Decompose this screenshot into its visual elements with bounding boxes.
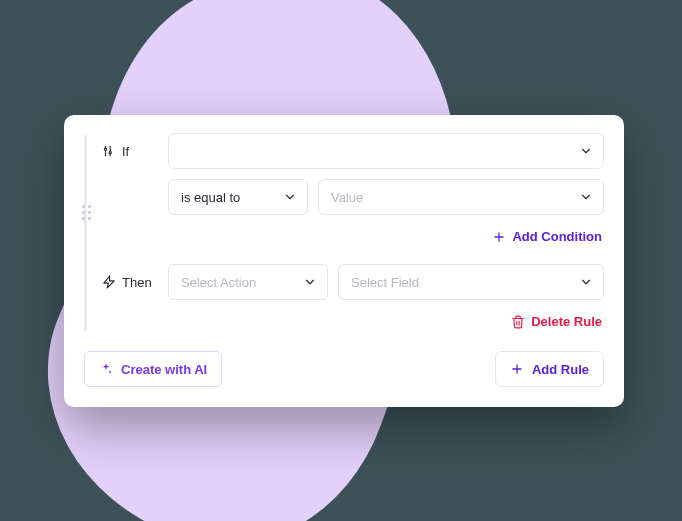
rule-block: If is equal to Value	[84, 133, 604, 333]
if-text: If	[122, 144, 129, 159]
if-condition-row: is equal to Value	[102, 179, 604, 215]
chevron-down-icon	[283, 190, 297, 204]
if-row: If	[102, 133, 604, 169]
add-rule-label: Add Rule	[532, 362, 589, 377]
delete-rule-button[interactable]: Delete Rule	[509, 310, 604, 333]
then-label: Then	[102, 275, 158, 290]
svg-marker-6	[104, 276, 115, 288]
delete-rule-label: Delete Rule	[531, 314, 602, 329]
svg-point-1	[104, 148, 106, 150]
if-label: If	[102, 144, 158, 159]
action-placeholder: Select Action	[181, 275, 256, 290]
card-footer: Create with AI Add Rule	[84, 351, 604, 387]
add-rule-button[interactable]: Add Rule	[495, 351, 604, 387]
if-field-select[interactable]	[168, 133, 604, 169]
create-ai-label: Create with AI	[121, 362, 207, 377]
drag-handle-icon[interactable]	[82, 205, 91, 220]
sparkle-icon	[99, 362, 113, 376]
action-select[interactable]: Select Action	[168, 264, 328, 300]
plus-icon	[510, 362, 524, 376]
then-row: Then Select Action Select Field	[102, 264, 604, 300]
svg-point-3	[109, 152, 111, 154]
add-condition-label: Add Condition	[512, 229, 602, 244]
chevron-down-icon	[579, 190, 593, 204]
add-condition-row: Add Condition	[102, 225, 604, 248]
delete-rule-row: Delete Rule	[102, 310, 604, 333]
field-placeholder: Select Field	[351, 275, 419, 290]
field-select[interactable]: Select Field	[338, 264, 604, 300]
lightning-icon	[102, 275, 116, 289]
chevron-down-icon	[579, 144, 593, 158]
value-select[interactable]: Value	[318, 179, 604, 215]
create-with-ai-button[interactable]: Create with AI	[84, 351, 222, 387]
add-condition-button[interactable]: Add Condition	[490, 225, 604, 248]
value-placeholder: Value	[331, 190, 363, 205]
operator-value: is equal to	[181, 190, 240, 205]
chevron-down-icon	[303, 275, 317, 289]
rule-builder-card: If is equal to Value	[64, 115, 624, 407]
then-text: Then	[122, 275, 152, 290]
trash-icon	[511, 315, 525, 329]
operator-select[interactable]: is equal to	[168, 179, 308, 215]
chevron-down-icon	[579, 275, 593, 289]
sliders-icon	[102, 144, 116, 158]
plus-icon	[492, 230, 506, 244]
rule-vertical-bar	[84, 135, 87, 331]
